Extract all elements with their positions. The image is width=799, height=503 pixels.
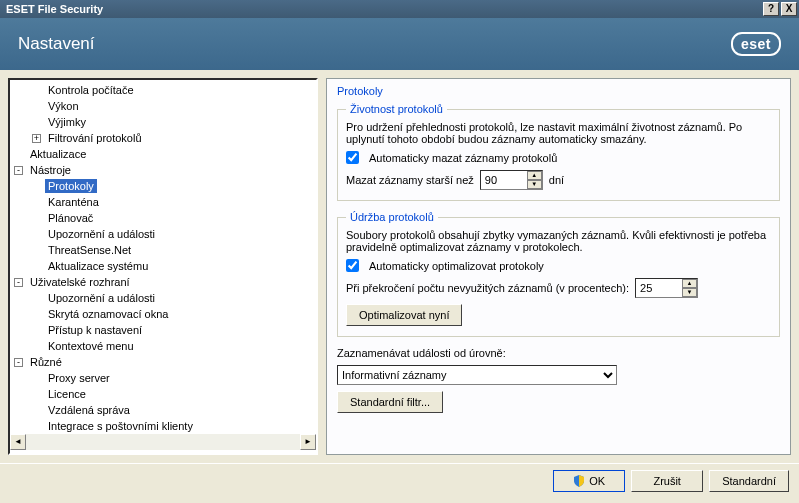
titlebar: ESET File Security ? X — [0, 0, 799, 18]
days-spinner[interactable]: ▲ ▼ — [480, 170, 543, 190]
group-log-lifetime: Životnost protokolů Pro udržení přehledn… — [337, 103, 780, 201]
tree-item[interactable]: Výkon — [45, 99, 82, 113]
cancel-button[interactable]: Zrušit — [631, 470, 703, 492]
standard-filter-button[interactable]: Standardní filtr... — [337, 391, 443, 413]
tree-item[interactable]: Plánovač — [45, 211, 96, 225]
row-text: Při překročení počtu nevyužitých záznamů… — [346, 282, 629, 294]
brand-logo: eset — [731, 32, 781, 56]
standard-button[interactable]: Standardní — [709, 470, 789, 492]
close-button[interactable]: X — [781, 2, 797, 16]
scroll-left-icon[interactable]: ◄ — [10, 434, 26, 450]
settings-panel: Protokoly Životnost protokolů Pro udržen… — [326, 78, 791, 455]
tree-item[interactable]: Skrytá oznamovací okna — [45, 307, 171, 321]
percent-input[interactable] — [636, 279, 682, 297]
tree-item[interactable]: Filtrování protokolů — [45, 131, 145, 145]
scroll-right-icon[interactable]: ► — [300, 434, 316, 450]
tree-item[interactable]: Integrace s poštovními klienty — [45, 419, 196, 433]
days-input[interactable] — [481, 171, 527, 189]
tree-h-scrollbar[interactable]: ◄ ► — [10, 434, 316, 450]
tree-item[interactable]: Proxy server — [45, 371, 113, 385]
log-level-select[interactable]: Informativní záznamy — [337, 365, 617, 385]
collapse-icon[interactable]: - — [14, 278, 23, 287]
page-title: Nastavení — [18, 34, 731, 54]
help-button[interactable]: ? — [763, 2, 779, 16]
tree-item[interactable]: Upozornění a události — [45, 291, 158, 305]
main-area: Kontrola počítače Výkon Výjimky +Filtrov… — [0, 70, 799, 463]
checkbox-label: Automaticky optimalizovat protokoly — [369, 260, 544, 272]
group-desc: Pro udržení přehlednosti protokolů, lze … — [346, 121, 771, 145]
optimize-now-button[interactable]: Optimalizovat nyní — [346, 304, 462, 326]
ok-button[interactable]: OK — [553, 470, 625, 492]
spin-up-icon[interactable]: ▲ — [682, 279, 697, 288]
collapse-icon[interactable]: - — [14, 166, 23, 175]
window-title: ESET File Security — [6, 3, 761, 15]
header-band: Nastavení eset — [0, 18, 799, 70]
tree-item-protokoly[interactable]: Protokoly — [45, 179, 97, 193]
group-log-maintenance: Údržba protokolů Soubory protokolů obsah… — [337, 211, 780, 337]
shield-icon — [573, 475, 585, 487]
group-desc: Soubory protokolů obsahují zbytky vymaza… — [346, 229, 771, 253]
dialog-footer: OK Zrušit Standardní — [0, 463, 799, 497]
tree-item[interactable]: Karanténa — [45, 195, 102, 209]
group-legend: Životnost protokolů — [346, 103, 447, 115]
tree-item[interactable]: Přístup k nastavení — [45, 323, 145, 337]
spin-down-icon[interactable]: ▼ — [682, 288, 697, 297]
tree-item[interactable]: Upozornění a události — [45, 227, 158, 241]
row-text: Mazat záznamy starší než — [346, 174, 474, 186]
group-legend: Údržba protokolů — [346, 211, 438, 223]
panel-title: Protokoly — [337, 85, 780, 97]
spin-down-icon[interactable]: ▼ — [527, 180, 542, 189]
tree-item[interactable]: ThreatSense.Net — [45, 243, 134, 257]
tree-item-nastroje[interactable]: Nástroje — [27, 163, 74, 177]
tree-item[interactable]: Výjimky — [45, 115, 89, 129]
tree-item[interactable]: Kontrola počítače — [45, 83, 137, 97]
tree-item-aktualizace[interactable]: Aktualizace — [27, 147, 89, 161]
spin-up-icon[interactable]: ▲ — [527, 171, 542, 180]
tree-item[interactable]: Aktualizace systému — [45, 259, 151, 273]
checkbox-label: Automaticky mazat záznamy protokolů — [369, 152, 557, 164]
collapse-icon[interactable]: - — [14, 358, 23, 367]
tree-item-ui[interactable]: Uživatelské rozhraní — [27, 275, 133, 289]
tree-item[interactable]: Kontextové menu — [45, 339, 137, 353]
tree-item[interactable]: Licence — [45, 387, 89, 401]
tree-item-ruzne[interactable]: Různé — [27, 355, 65, 369]
auto-delete-checkbox[interactable] — [346, 151, 359, 164]
row-suffix: dní — [549, 174, 564, 186]
percent-spinner[interactable]: ▲ ▼ — [635, 278, 698, 298]
tree-item[interactable]: Vzdálená správa — [45, 403, 133, 417]
level-label: Zaznamenávat události od úrovně: — [337, 347, 780, 359]
expand-icon[interactable]: + — [32, 134, 41, 143]
nav-tree[interactable]: Kontrola počítače Výkon Výjimky +Filtrov… — [8, 78, 318, 455]
auto-optimize-checkbox[interactable] — [346, 259, 359, 272]
